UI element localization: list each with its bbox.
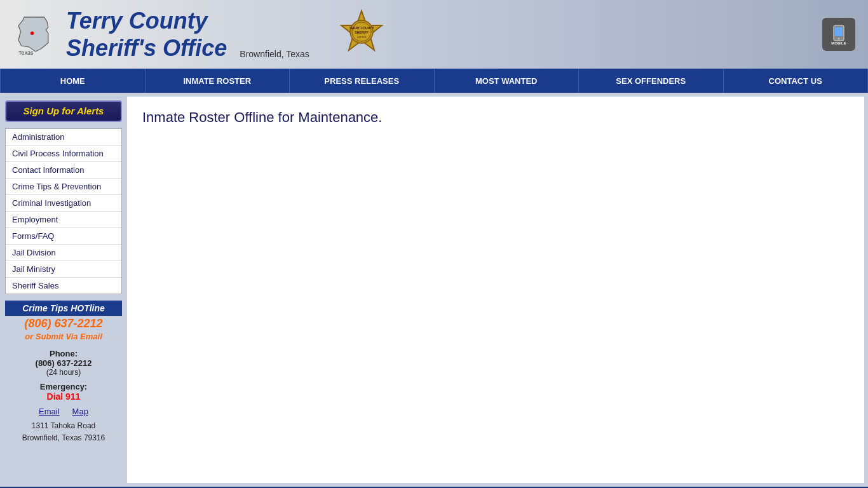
sidebar-item-crime-tips[interactable]: Crime Tips & Prevention (6, 179, 121, 195)
header-title: Terry County Sheriff's Office (66, 7, 227, 62)
svg-text:SHERIFF: SHERIFF (355, 30, 368, 34)
nav-press-releases[interactable]: PRESS RELEASES (290, 69, 435, 93)
nav-contact-us[interactable]: CONTACT US (724, 69, 869, 93)
phone-hours: (24 hours) (5, 368, 122, 377)
sidebar-links: Email Map (5, 407, 122, 416)
sidebar-item-forms-faq[interactable]: Forms/FAQ (6, 228, 121, 245)
title-main: Terry County (66, 7, 227, 34)
address-line1: 1311 Tahoka Road (32, 421, 96, 430)
svg-text:TERRY COUNTY: TERRY COUNTY (349, 26, 374, 30)
phone-number: (806) 637-2212 (5, 358, 122, 368)
sheriff-badge: TERRY COUNTY SHERIFF OFFICE (336, 8, 387, 61)
header-location: Brownfield, Texas (240, 49, 309, 62)
sidebar: Sign Up for Alerts Administration Civil … (0, 93, 127, 487)
sidebar-item-sheriff-sales[interactable]: Sheriff Sales (6, 278, 121, 294)
nav-inmate-roster[interactable]: INMATE ROSTER (146, 69, 290, 93)
logo-area: Texas Terry County Sheriff's Office Brow… (13, 7, 387, 62)
main-nav: HOME INMATE ROSTER PRESS RELEASES MOST W… (0, 69, 868, 93)
nav-home[interactable]: HOME (0, 69, 146, 93)
sign-up-alerts-label: Sign Up for Alerts (24, 105, 104, 116)
sidebar-info: Crime Tips HOTline (806) 637-2212 or Sub… (5, 301, 122, 444)
title-sub: Sheriff's Office (66, 34, 227, 62)
sidebar-item-civil-process[interactable]: Civil Process Information (6, 146, 121, 162)
dial-911[interactable]: Dial 911 (5, 391, 122, 402)
content-wrapper: Sign Up for Alerts Administration Civil … (0, 93, 868, 487)
sign-up-alerts-button[interactable]: Sign Up for Alerts (5, 100, 122, 122)
crime-tips-phone[interactable]: (806) 637-2212 (5, 316, 122, 332)
nav-sex-offenders[interactable]: SEX OFFENDERS (579, 69, 724, 93)
sidebar-item-criminal-investigation[interactable]: Criminal Investigation (6, 195, 121, 212)
sidebar-item-jail-ministry[interactable]: Jail Ministry (6, 261, 121, 278)
svg-point-12 (838, 38, 840, 40)
sidebar-nav: Administration Civil Process Information… (5, 128, 122, 294)
emergency-label: Emergency: (5, 382, 122, 391)
sidebar-item-administration[interactable]: Administration (6, 129, 121, 146)
sidebar-item-contact-info[interactable]: Contact Information (6, 162, 121, 179)
main-title: Inmate Roster Offline for Maintenance. (142, 109, 849, 126)
texas-map: Texas (13, 11, 58, 57)
phone-label: Phone: (5, 349, 122, 358)
map-link[interactable]: Map (72, 407, 88, 416)
sidebar-item-employment[interactable]: Employment (6, 212, 121, 228)
svg-text:Texas: Texas (18, 50, 34, 56)
svg-rect-11 (835, 27, 843, 36)
sidebar-item-jail-division[interactable]: Jail Division (6, 245, 121, 261)
svg-text:MOBILE: MOBILE (831, 41, 846, 44)
sidebar-address: 1311 Tahoka Road Brownfield, Texas 79316 (5, 420, 122, 444)
mobile-button[interactable]: MOBILE (822, 18, 855, 51)
header: Texas Terry County Sheriff's Office Brow… (0, 0, 868, 69)
svg-text:OFFICE: OFFICE (356, 36, 366, 39)
email-link[interactable]: Email (39, 407, 60, 416)
address-line2: Brownfield, Texas 79316 (22, 433, 105, 442)
crime-tips-email-label[interactable]: or Submit Via Email (5, 332, 122, 344)
main-content: Inmate Roster Offline for Maintenance. (127, 97, 864, 483)
nav-most-wanted[interactable]: MOST WANTED (435, 69, 580, 93)
crime-tips-hotline-label: Crime Tips HOTline (5, 301, 122, 316)
svg-point-2 (31, 32, 34, 35)
